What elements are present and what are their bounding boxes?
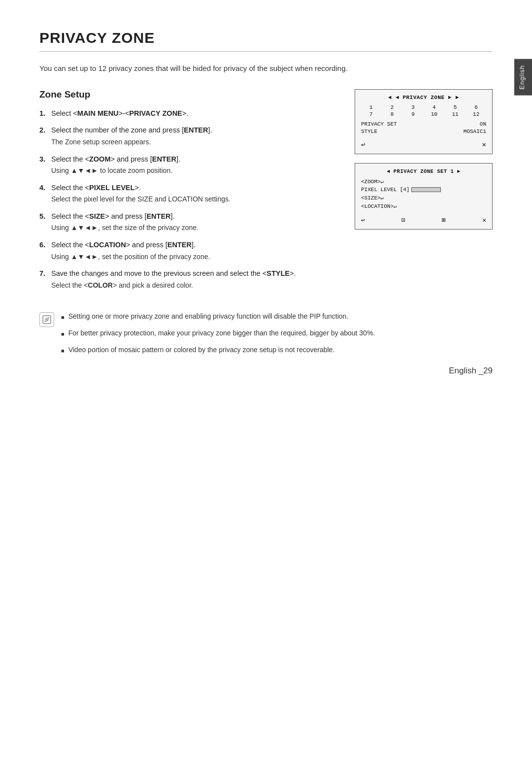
step-2-content: Select the number of the zone and press … (51, 126, 212, 134)
note-3: ■ Video portion of mosaic pattern or col… (61, 345, 375, 356)
step-4-num: 4. (39, 182, 48, 205)
step-7-sub: Select the <COLOR> and pick a desired co… (51, 280, 340, 291)
style-label: STYLE (361, 129, 377, 134)
zone-1: 1 (361, 104, 381, 110)
note-icon (39, 312, 54, 327)
screen2-zoom-row: <ZOOM>↵ (361, 178, 486, 185)
step-1-num: 1. (39, 108, 48, 119)
screen2-location-row: <LOCATION>↵ (361, 203, 486, 209)
intro-text: You can set up to 12 privacy zones that … (39, 63, 493, 74)
step-1-content: Select <MAIN MENU>-<PRIVACY ZONE>. (51, 109, 188, 117)
screen2-header: ◄ PRIVACY ZONE SET 1 ► (361, 168, 486, 174)
step-4: 4. Select the <PIXEL LEVEL>. Select the … (39, 182, 340, 205)
zone-11: 11 (445, 111, 466, 117)
step-2-num: 2. (39, 125, 48, 147)
location-label: <LOCATION>↵ (361, 203, 397, 209)
step-6: 6. Select the <LOCATION> and press [ENTE… (39, 239, 340, 262)
on-label: ON (480, 121, 486, 127)
zone-6: 6 (466, 104, 486, 110)
step-6-content: Select the <LOCATION> and press [ENTER]. (51, 241, 196, 249)
pencil-icon (42, 315, 52, 325)
section-heading: Zone Setup (39, 89, 340, 100)
side-language-tab: English (514, 59, 532, 96)
step-3: 3. Select the <ZOOM> and press [ENTER]. … (39, 154, 340, 176)
step-5-num: 5. (39, 211, 48, 233)
screen2-pixel-row: PIXEL LEVEL [4] (361, 187, 486, 193)
screen1-footer: ↩ ✕ (361, 140, 486, 149)
pixel-level-label: PIXEL LEVEL (361, 187, 397, 193)
notes-list: ■ Setting one or more privacy zone and e… (61, 311, 375, 361)
pixel-level-value: [4] (400, 187, 410, 193)
screen2-trash-icon: ⊞ (442, 216, 446, 224)
zone-8: 8 (382, 111, 402, 117)
zone-3: 3 (403, 104, 423, 110)
note-2-text: For better privacy protection, make your… (68, 328, 375, 339)
step-7-content: Save the changes and move to the previou… (51, 269, 296, 277)
screen1-x-icon: ✕ (482, 140, 486, 149)
step-6-sub: Using ▲▼◄►, set the position of the priv… (51, 252, 340, 263)
screen2-x-icon: ✕ (482, 216, 486, 224)
zone-12: 12 (466, 111, 486, 117)
zoom-label: <ZOOM>↵ (361, 178, 384, 185)
step-3-num: 3. (39, 154, 48, 176)
step-6-num: 6. (39, 239, 48, 262)
step-3-sub: Using ▲▼◄► to locate zoom position. (51, 165, 340, 176)
bullet-1: ■ (61, 313, 65, 322)
mosaic-label: MOSAIC1 (464, 129, 486, 134)
bullet-2: ■ (61, 330, 65, 339)
privacy-set-label: PRIVACY SET (361, 121, 397, 127)
step-1: 1. Select <MAIN MENU>-<PRIVACY ZONE>. (39, 108, 340, 119)
step-4-sub: Select the pixel level for the SIZE and … (51, 194, 340, 205)
screen2-footer: ↩ ⊡ ⊞ ✕ (361, 216, 486, 224)
step-5: 5. Select the <SIZE> and press [ENTER]. … (39, 211, 340, 233)
screen1-left-arrow: ◄ (388, 95, 392, 100)
note-3-text: Video portion of mosaic pattern or color… (68, 345, 335, 356)
screen1-mockup: ◄ ◄ PRIVACY ZONE ► ► 1 2 3 4 5 6 7 8 9 1… (355, 89, 493, 154)
screen2-back-icon: ↩ (361, 216, 365, 224)
page-footer: English _29 (449, 366, 493, 376)
notes-section: ■ Setting one or more privacy zone and e… (39, 311, 493, 361)
main-content: Zone Setup 1. Select <MAIN MENU>-<PRIVAC… (39, 89, 493, 297)
step-5-content: Select the <SIZE> and press [ENTER]. (51, 212, 175, 220)
step-2-sub: The Zone setup screen appears. (51, 137, 340, 148)
steps-list: 1. Select <MAIN MENU>-<PRIVACY ZONE>. 2.… (39, 108, 340, 291)
zone-7: 7 (361, 111, 381, 117)
step-2: 2. Select the number of the zone and pre… (39, 125, 340, 147)
screen2-title: PRIVACY ZONE SET 1 (394, 168, 454, 174)
zone-10: 10 (424, 111, 444, 117)
pixel-bar: [4] (400, 187, 441, 193)
note-1-text: Setting one or more privacy zone and ena… (68, 311, 349, 322)
screen1-back-icon: ↩ (361, 140, 365, 149)
zone-5: 5 (445, 104, 466, 110)
zone-9: 9 (403, 111, 423, 117)
note-2: ■ For better privacy protection, make yo… (61, 328, 375, 339)
step-3-content: Select the <ZOOM> and press [ENTER]. (51, 155, 180, 163)
screen2-size-row: <SIZE>↵ (361, 195, 486, 201)
svg-point-1 (46, 319, 48, 321)
screen1-style-row: STYLE MOSAIC1 (361, 129, 486, 134)
zone-4: 4 (424, 104, 444, 110)
screen2-save-icon: ⊡ (401, 216, 405, 224)
screen1-right-arrow: ► (456, 95, 459, 100)
screen1-header: ◄ ◄ PRIVACY ZONE ► ► (361, 95, 486, 100)
screen2-mockup: ◄ PRIVACY ZONE SET 1 ► <ZOOM>↵ PIXEL LEV… (355, 163, 493, 230)
step-7: 7. Save the changes and move to the prev… (39, 268, 340, 291)
step-7-num: 7. (39, 268, 48, 291)
step-5-sub: Using ▲▼◄►, set the size of the privacy … (51, 223, 340, 233)
note-1: ■ Setting one or more privacy zone and e… (61, 311, 375, 322)
zone-numbers-grid: 1 2 3 4 5 6 7 8 9 10 11 12 (361, 104, 486, 117)
pixel-bar-fill (411, 187, 441, 192)
zone-2: 2 (382, 104, 402, 110)
bullet-3: ■ (61, 347, 65, 356)
screens-column: ◄ ◄ PRIVACY ZONE ► ► 1 2 3 4 5 6 7 8 9 1… (355, 89, 493, 230)
size-label: <SIZE>↵ (361, 195, 384, 201)
page-title: PRIVACY ZONE (39, 30, 493, 52)
screen1-privacy-set-row: PRIVACY SET ON (361, 121, 486, 127)
steps-column: Zone Setup 1. Select <MAIN MENU>-<PRIVAC… (39, 89, 340, 297)
screen1-title: ◄ PRIVACY ZONE ► (396, 95, 452, 100)
page-number: English _29 (449, 366, 493, 375)
step-4-content: Select the <PIXEL LEVEL>. (51, 184, 141, 192)
